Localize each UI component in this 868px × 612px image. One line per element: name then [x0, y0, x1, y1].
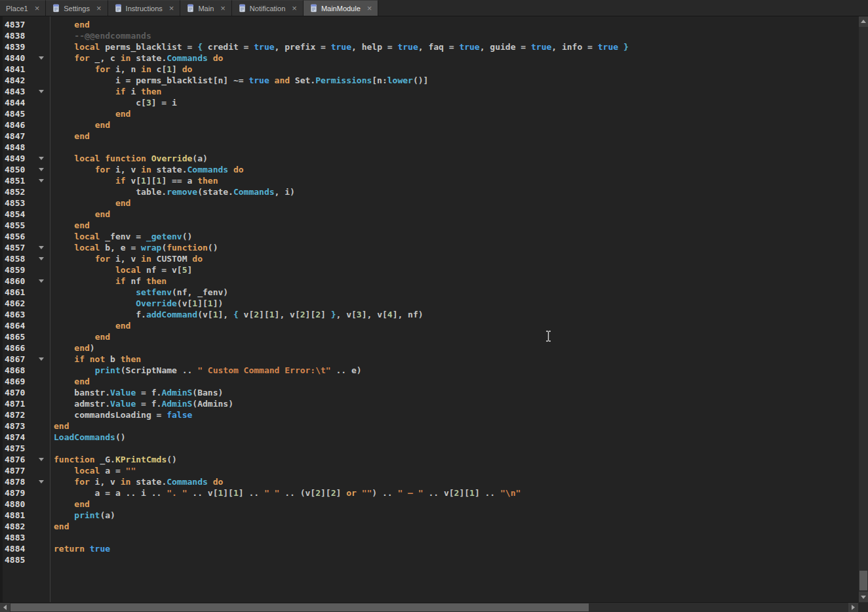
- code-line[interactable]: 4869 end: [0, 376, 859, 387]
- code-line[interactable]: 4867 if not b then: [0, 354, 859, 365]
- code-line[interactable]: 4883: [0, 532, 859, 543]
- code-token: "": [126, 466, 136, 476]
- code-line[interactable]: 4862 Override(v[1][1]): [0, 298, 859, 309]
- code-line[interactable]: 4855 end: [0, 220, 859, 231]
- code-line[interactable]: 4843 if i then: [0, 86, 859, 97]
- vertical-scroll-thumb[interactable]: [859, 571, 867, 590]
- code-line[interactable]: 4873end: [0, 420, 859, 432]
- scroll-left-arrow[interactable]: [0, 603, 10, 612]
- code-line[interactable]: 4837 end: [0, 19, 859, 30]
- code-token: [n:: [372, 75, 387, 85]
- code-line[interactable]: 4865 end: [0, 331, 859, 342]
- code-line[interactable]: 4885: [0, 554, 859, 565]
- code-line[interactable]: 4874LoadCommands(): [0, 432, 859, 443]
- code-line[interactable]: 4863 f.addCommand(v[1], { v[2][1], v[2][…: [0, 309, 859, 320]
- triangle-down-icon: [39, 357, 44, 361]
- code-line[interactable]: 4878 for i, v in state.Commands do: [0, 476, 859, 487]
- code-line[interactable]: 4879 a = a .. i .. ". " .. v[1][1] .. " …: [0, 487, 859, 499]
- close-icon[interactable]: ×: [169, 4, 174, 12]
- code-line[interactable]: 4842 i = perms_blacklist[n] ~= true and …: [0, 75, 859, 86]
- code-line[interactable]: 4859 local nf = v[5]: [0, 264, 859, 275]
- scroll-right-arrow[interactable]: [848, 603, 858, 612]
- code-line[interactable]: 4853 end: [0, 197, 859, 209]
- fold-arrow-icon[interactable]: [31, 52, 50, 64]
- code-text: a = a .. i .. ". " .. v[1][1] .. " " .. …: [50, 487, 859, 499]
- code-line[interactable]: 4864 end: [0, 320, 859, 331]
- tab-place1[interactable]: Place1×: [0, 0, 46, 16]
- line-number: 4843: [0, 86, 31, 97]
- code-token: true: [90, 544, 110, 554]
- line-number: 4847: [0, 131, 31, 142]
- code-line[interactable]: 4858 for i, v in CUSTOM do: [0, 253, 859, 264]
- code-line[interactable]: 4880 end: [0, 499, 859, 510]
- fold-arrow-icon[interactable]: [31, 354, 50, 365]
- close-icon[interactable]: ×: [220, 4, 226, 12]
- triangle-down-icon: [39, 157, 44, 160]
- fold-arrow-icon[interactable]: [31, 275, 50, 287]
- code-line[interactable]: 4870 banstr.Value = f.AdminS(Bans): [0, 387, 859, 398]
- tab-mainmodule[interactable]: MainModule×: [304, 0, 379, 16]
- tab-bar: Place1×Settings×Instructions×Main×Notifi…: [0, 0, 868, 16]
- line-number: 4863: [0, 309, 31, 320]
- code-line[interactable]: 4856 local _fenv = _getenv(): [0, 231, 859, 242]
- code-line[interactable]: 4849 local function Override(a): [0, 153, 859, 164]
- tab-main[interactable]: Main×: [180, 0, 231, 16]
- fold-arrow-icon[interactable]: [31, 164, 50, 175]
- scroll-up-arrow[interactable]: [859, 16, 868, 27]
- code-line[interactable]: 4866 end): [0, 342, 859, 354]
- code-line[interactable]: 4868 print(ScriptName .. " Custom Comman…: [0, 365, 859, 376]
- fold-arrow-icon[interactable]: [31, 253, 50, 264]
- code-text: local perms_blacklist = { credit = true,…: [50, 41, 859, 52]
- tab-instructions[interactable]: Instructions×: [108, 0, 181, 16]
- tab-label: Instructions: [126, 5, 163, 12]
- vertical-scrollbar[interactable]: [859, 16, 868, 602]
- code-line[interactable]: 4881 print(a): [0, 510, 859, 521]
- code-line[interactable]: 4848: [0, 142, 859, 153]
- code-line[interactable]: 4884return true: [0, 543, 859, 554]
- code-line[interactable]: 4872 commandsLoading = false: [0, 409, 859, 420]
- code-line[interactable]: 4838 --@@endcommands: [0, 30, 859, 41]
- code-line[interactable]: 4860 if nf then: [0, 275, 859, 287]
- code-line[interactable]: 4877 local a = "": [0, 465, 859, 476]
- fold-arrow-icon[interactable]: [31, 476, 50, 487]
- code-line[interactable]: 4876function _G.KPrintCmds(): [0, 454, 859, 465]
- code-line[interactable]: 4845 end: [0, 108, 859, 119]
- code-token: if: [115, 276, 126, 286]
- code-line[interactable]: 4875: [0, 443, 859, 454]
- code-token: Permissions: [315, 75, 372, 85]
- code-line[interactable]: 4871 admstr.Value = f.AdminS(Admins): [0, 398, 859, 409]
- fold-arrow-icon[interactable]: [31, 454, 50, 465]
- code-line[interactable]: 4840 for _, c in state.Commands do: [0, 52, 859, 64]
- horizontal-scrollbar[interactable]: [0, 602, 868, 612]
- code-line[interactable]: 4854 end: [0, 209, 859, 220]
- code-line[interactable]: 4861 setfenv(nf, _fenv): [0, 287, 859, 298]
- code-line[interactable]: 4847 end: [0, 131, 859, 142]
- code-line[interactable]: 4882end: [0, 521, 859, 532]
- code-line[interactable]: 4851 if v[1][1] == a then: [0, 175, 859, 186]
- tab-notification[interactable]: Notification×: [232, 0, 304, 16]
- code-line[interactable]: 4852 table.remove(state.Commands, i): [0, 186, 859, 197]
- horizontal-scroll-thumb[interactable]: [10, 603, 589, 611]
- code-token: then: [197, 176, 218, 186]
- close-icon[interactable]: ×: [367, 4, 372, 12]
- code-line[interactable]: 4841 for i, n in c[1] do: [0, 64, 859, 75]
- code-token: {: [233, 310, 239, 319]
- code-token: CUSTOM: [151, 254, 193, 264]
- code-line[interactable]: 4844 c[3] = i: [0, 97, 859, 108]
- fold-arrow-icon[interactable]: [31, 175, 50, 186]
- code-line[interactable]: 4846 end: [0, 119, 859, 131]
- fold-arrow-icon[interactable]: [31, 242, 50, 253]
- code-line[interactable]: 4857 local b, e = wrap(function(): [0, 242, 859, 253]
- close-icon[interactable]: ×: [96, 4, 102, 12]
- code-line[interactable]: 4839 local perms_blacklist = { credit = …: [0, 41, 859, 52]
- line-number: 4845: [0, 108, 31, 119]
- fold-arrow-icon[interactable]: [31, 153, 50, 164]
- code-line[interactable]: 4850 for i, v in state.Commands do: [0, 164, 859, 175]
- fold-arrow-icon[interactable]: [31, 86, 50, 97]
- close-icon[interactable]: ×: [35, 4, 40, 12]
- code-editor[interactable]: 4837 end4838 --@@endcommands4839 local p…: [0, 16, 859, 602]
- scroll-down-arrow[interactable]: [859, 592, 868, 602]
- tab-settings[interactable]: Settings×: [46, 0, 108, 16]
- line-number: 4881: [0, 510, 31, 521]
- close-icon[interactable]: ×: [292, 4, 297, 12]
